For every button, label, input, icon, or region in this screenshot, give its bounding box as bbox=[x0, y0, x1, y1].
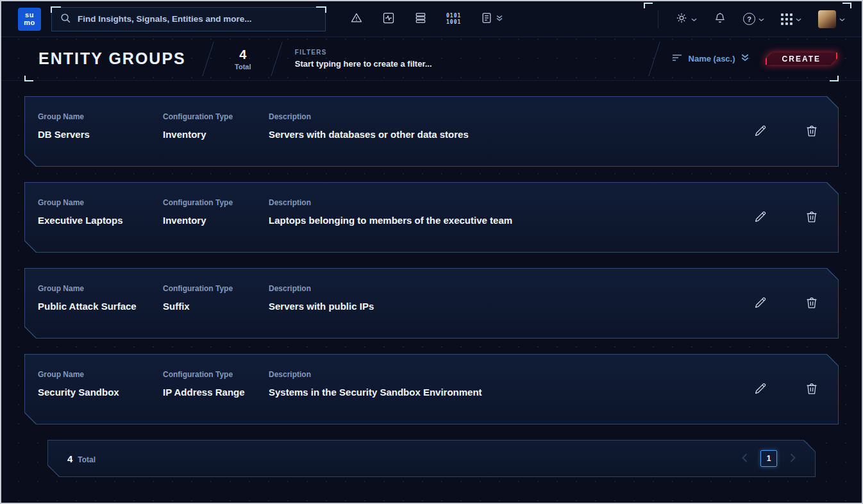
description-value: Laptops belonging to members of the exec… bbox=[269, 213, 728, 228]
total-count-label: Total bbox=[228, 63, 258, 71]
server-stack-icon bbox=[414, 12, 427, 26]
row-actions bbox=[753, 210, 819, 226]
footer-total-label: Total bbox=[78, 455, 96, 464]
footer-total: 4 Total bbox=[67, 453, 96, 464]
header-divider bbox=[648, 42, 660, 76]
header-divider bbox=[271, 42, 283, 76]
trash-icon bbox=[805, 388, 819, 398]
delete-button[interactable] bbox=[805, 124, 819, 140]
header-controls: Name (asc.) CREATE bbox=[637, 42, 837, 76]
delete-button[interactable] bbox=[805, 210, 819, 226]
group-name-label: Group Name bbox=[38, 284, 150, 293]
list-footer: 4 Total 1 bbox=[47, 440, 816, 477]
previous-page-button[interactable] bbox=[742, 453, 748, 464]
page-title: ENTITY GROUPS bbox=[38, 49, 186, 68]
config-type-value: Suffix bbox=[163, 299, 256, 314]
description-value: Servers with public IPs bbox=[269, 299, 728, 314]
edit-button[interactable] bbox=[753, 296, 767, 312]
pencil-icon bbox=[753, 388, 767, 398]
binary-records-icon: 0101 1001 bbox=[446, 13, 461, 24]
create-button[interactable]: CREATE bbox=[766, 53, 837, 65]
settings-button[interactable] bbox=[675, 12, 697, 26]
config-type-label: Configuration Type bbox=[163, 284, 256, 293]
signal-pulse-icon bbox=[382, 12, 395, 26]
edit-button[interactable] bbox=[753, 210, 767, 226]
notifications-button[interactable] bbox=[714, 12, 726, 26]
config-type-value: Inventory bbox=[163, 127, 256, 142]
total-count-value: 4 bbox=[228, 47, 258, 62]
help-button[interactable]: ? bbox=[743, 13, 764, 25]
edit-button[interactable] bbox=[753, 382, 767, 398]
pencil-icon bbox=[753, 216, 767, 226]
user-avatar bbox=[818, 10, 836, 28]
description-label: Description bbox=[269, 198, 728, 207]
config-type-value: IP Address Range bbox=[163, 385, 256, 399]
sumo-logic-logo[interactable]: su mo bbox=[18, 8, 41, 31]
create-button-glow: CREATE bbox=[766, 53, 837, 65]
page-number-button[interactable]: 1 bbox=[760, 450, 777, 467]
sort-label: Name (asc.) bbox=[689, 54, 735, 63]
group-name-value: Executive Laptops bbox=[38, 213, 150, 228]
clipboard-icon bbox=[480, 12, 493, 26]
pencil-icon bbox=[753, 302, 767, 312]
group-name-value: Public Attack Surface bbox=[38, 299, 150, 314]
pagination: 1 bbox=[742, 450, 796, 467]
trash-icon bbox=[805, 216, 819, 226]
apps-grid-icon bbox=[781, 13, 792, 25]
header-divider bbox=[202, 42, 214, 76]
question-mark-icon: ? bbox=[743, 13, 755, 25]
list-footer-wrap: 4 Total 1 bbox=[47, 440, 816, 477]
group-name-value: DB Servers bbox=[38, 127, 150, 142]
create-button-label: CREATE bbox=[767, 48, 836, 70]
topbar-divider bbox=[658, 10, 658, 28]
chevron-down-icon bbox=[839, 14, 845, 24]
description-label: Description bbox=[269, 370, 728, 379]
global-search-box bbox=[51, 7, 326, 31]
search-input[interactable] bbox=[78, 14, 317, 24]
group-name-label: Group Name bbox=[38, 370, 150, 379]
records-nav-button[interactable]: 0101 1001 bbox=[446, 13, 461, 24]
entity-group-card[interactable]: Group Name Public Attack Surface Configu… bbox=[24, 268, 839, 339]
description-value: Systems in the Security Sandbox Environm… bbox=[269, 385, 728, 399]
config-type-value: Inventory bbox=[163, 213, 256, 228]
entity-groups-page: su mo bbox=[1, 1, 862, 503]
edit-button[interactable] bbox=[753, 124, 767, 140]
config-type-label: Configuration Type bbox=[163, 112, 256, 121]
description-label: Description bbox=[269, 284, 728, 293]
content-nav-button[interactable] bbox=[480, 12, 503, 26]
delete-button[interactable] bbox=[805, 296, 819, 312]
sort-control[interactable]: Name (asc.) bbox=[671, 53, 749, 64]
insights-nav-button[interactable] bbox=[350, 12, 363, 26]
user-menu-button[interactable] bbox=[818, 10, 845, 28]
page-header: ENTITY GROUPS 4 Total FILTERS Name (asc.… bbox=[1, 37, 862, 81]
signals-nav-button[interactable] bbox=[382, 12, 395, 26]
trash-icon bbox=[805, 302, 819, 312]
apps-menu-button[interactable] bbox=[781, 13, 801, 25]
description-value: Servers with databases or other data sto… bbox=[269, 127, 728, 142]
group-name-label: Group Name bbox=[38, 112, 150, 121]
entity-group-card[interactable]: Group Name Executive Laptops Configurati… bbox=[24, 182, 839, 253]
entity-group-list: Group Name DB Servers Configuration Type… bbox=[1, 81, 862, 477]
double-chevron-down-icon bbox=[741, 54, 749, 63]
next-page-button[interactable] bbox=[790, 453, 796, 464]
filters-label: FILTERS bbox=[295, 49, 564, 56]
row-actions bbox=[753, 382, 819, 398]
insight-triangle-icon bbox=[350, 12, 363, 26]
config-type-label: Configuration Type bbox=[163, 198, 256, 207]
topbar-controls: ? bbox=[644, 10, 845, 28]
row-actions bbox=[753, 296, 819, 312]
chevron-down-icon bbox=[758, 14, 764, 24]
chevron-down-icon bbox=[691, 14, 697, 24]
logo-text-line2: mo bbox=[24, 19, 35, 27]
row-actions bbox=[753, 124, 819, 140]
entity-group-card[interactable]: Group Name DB Servers Configuration Type… bbox=[24, 96, 839, 167]
total-count-badge: 4 Total bbox=[228, 47, 258, 71]
entities-nav-button[interactable] bbox=[414, 12, 427, 26]
trash-icon bbox=[805, 130, 819, 140]
entity-group-card[interactable]: Group Name Security Sandbox Configuratio… bbox=[24, 354, 839, 424]
delete-button[interactable] bbox=[805, 382, 819, 398]
filter-input[interactable] bbox=[295, 59, 564, 69]
topbar: su mo bbox=[1, 1, 862, 37]
sort-lines-icon bbox=[671, 53, 683, 64]
topbar-nav: 0101 1001 bbox=[350, 12, 503, 26]
